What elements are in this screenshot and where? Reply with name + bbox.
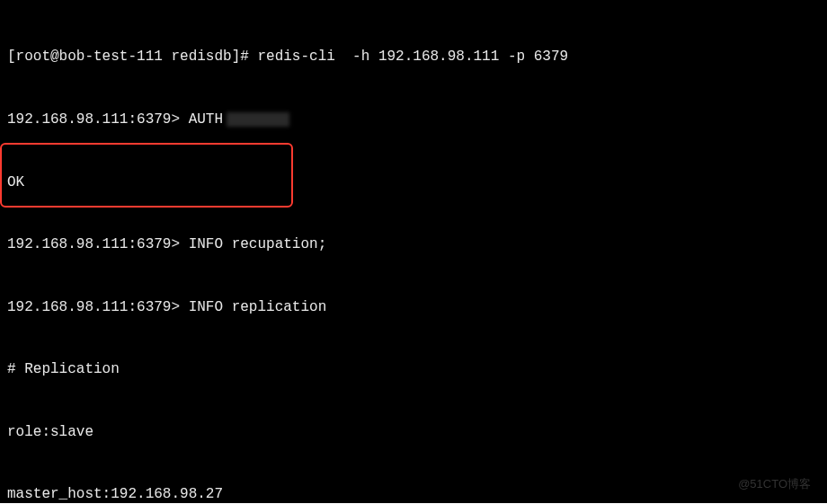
info-recupation-line: 192.168.98.111:6379> INFO recupation;: [7, 234, 820, 255]
redis-auth-line: 192.168.98.111:6379> AUTH: [7, 110, 820, 130]
role-line: role:slave: [7, 422, 820, 443]
info-replication-line: 192.168.98.111:6379> INFO replication: [7, 297, 820, 318]
ok-line: OK: [7, 172, 820, 193]
info-replication-cmd: INFO replication: [189, 299, 327, 315]
shell-prompt: [root@bob-test-111 redisdb]#: [7, 49, 257, 65]
redis-prompt: 192.168.98.111:6379>: [7, 299, 189, 315]
redacted-password: [227, 112, 289, 127]
shell-line: [root@bob-test-111 redisdb]# redis-cli -…: [7, 47, 820, 67]
redis-prompt: 192.168.98.111:6379>: [7, 111, 189, 128]
watermark: @51CTO博客: [738, 476, 811, 493]
auth-cmd: AUTH: [189, 111, 223, 128]
redis-prompt: 192.168.98.111:6379>: [7, 236, 189, 252]
replication-heading: # Replication: [7, 359, 820, 380]
shell-command: redis-cli -h 192.168.98.111 -p 6379: [257, 49, 568, 65]
master-host-line: master_host:192.168.98.27: [7, 484, 820, 504]
info-recupation-cmd: INFO recupation;: [189, 236, 327, 252]
terminal-window[interactable]: [root@bob-test-111 redisdb]# redis-cli -…: [0, 0, 827, 503]
